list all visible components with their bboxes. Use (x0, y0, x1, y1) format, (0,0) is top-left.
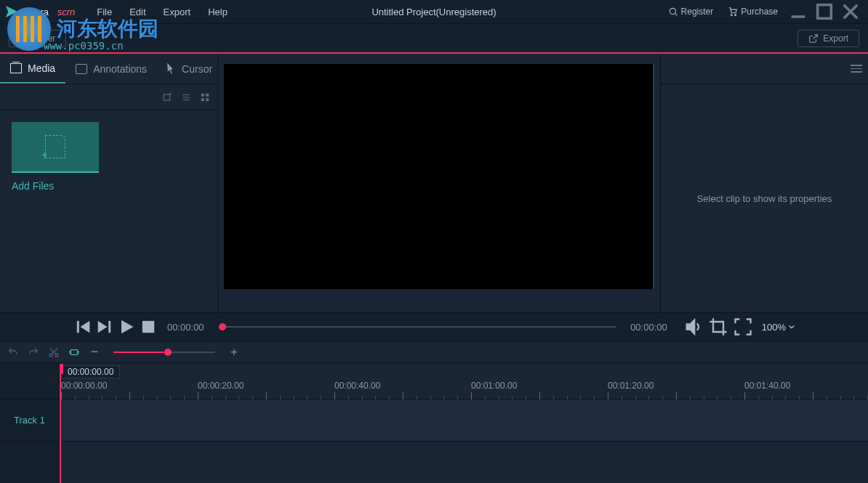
purchase-button[interactable]: Purchase (722, 4, 784, 20)
tab-cursor[interactable]: Cursor (157, 54, 222, 84)
playhead-duration: 00:00:00 (630, 322, 667, 333)
stop-button[interactable] (138, 317, 158, 337)
add-files-tile[interactable] (12, 122, 99, 173)
timeline-toolbar: − + (0, 341, 868, 363)
svg-line-1 (675, 13, 677, 15)
user-icon (668, 7, 678, 17)
undo-button[interactable] (7, 346, 19, 358)
ruler-time-label: 00:00:20.00 (198, 381, 244, 391)
zoom-out-button[interactable]: − (89, 346, 100, 358)
svg-point-19 (49, 354, 52, 357)
svg-point-0 (670, 8, 675, 14)
media-view-toolbar (0, 84, 217, 110)
export-icon (808, 33, 819, 44)
svg-rect-23 (71, 349, 77, 354)
seek-slider[interactable] (219, 326, 616, 328)
svg-rect-8 (164, 94, 169, 100)
menu-export[interactable]: Export (155, 2, 200, 22)
svg-rect-16 (77, 321, 79, 333)
svg-rect-17 (108, 321, 110, 333)
volume-button[interactable] (683, 317, 704, 337)
svg-rect-12 (201, 93, 204, 96)
playhead-current-time: 00:00:00 (167, 322, 204, 333)
register-button[interactable]: Register (662, 4, 720, 20)
preview-zoom-dropdown[interactable]: 100% (762, 322, 795, 333)
preview-viewport[interactable] (224, 64, 654, 289)
tab-media[interactable]: Media (0, 54, 65, 84)
cursor-icon (167, 63, 176, 75)
svg-rect-13 (206, 93, 209, 96)
svg-point-2 (731, 15, 733, 16)
menu-edit[interactable]: Edit (121, 2, 154, 22)
playhead[interactable] (60, 364, 61, 483)
media-panel: Media Annotations Cursor Add Files (0, 54, 218, 312)
annotations-icon (76, 64, 87, 74)
ruler-time-label: 00:01:20.00 (608, 381, 654, 391)
svg-rect-5 (818, 5, 832, 19)
crop-button[interactable] (708, 317, 728, 337)
list-view-icon[interactable] (181, 92, 191, 102)
window-minimize[interactable] (787, 1, 810, 22)
svg-point-20 (55, 354, 58, 357)
timeline-ruler[interactable]: 00:00:00.0000:00:20.0000:00:40.0000:01:0… (60, 363, 868, 399)
preview-panel (218, 54, 661, 312)
add-file-icon (45, 135, 65, 158)
window-close[interactable] (839, 1, 862, 22)
timeline-body[interactable]: 00:00:00.00 00:00:00.0000:00:20.0000:00:… (60, 363, 868, 483)
fit-zoom-button[interactable] (68, 346, 80, 358)
chevron-down-icon (788, 323, 795, 330)
fullscreen-button[interactable] (733, 317, 753, 337)
ruler-time-label: 00:01:00.00 (471, 381, 517, 391)
cart-icon (728, 7, 738, 17)
properties-empty-text: Select clip to show its properties (661, 84, 868, 312)
titlebar: filmora scrn File Edit Export Help Untit… (0, 0, 868, 23)
timeline-zoom-slider[interactable] (113, 352, 215, 353)
svg-rect-15 (206, 98, 209, 101)
svg-rect-14 (201, 98, 204, 101)
playback-bar: 00:00:00 00:00:00 100% (0, 312, 868, 341)
app-logo: filmora scrn (6, 6, 75, 17)
zoom-in-button[interactable]: + (228, 346, 240, 358)
source-watermark-url: www.pc0359.cn (44, 40, 124, 52)
redo-button[interactable] (28, 346, 39, 358)
prev-frame-button[interactable] (73, 317, 93, 337)
grid-view-icon[interactable] (200, 92, 210, 102)
ruler-time-label: 00:00:40.00 (334, 381, 380, 391)
add-folder-icon[interactable] (162, 92, 172, 102)
properties-panel: Select clip to show its properties (661, 54, 868, 312)
menu-file[interactable]: File (88, 2, 121, 22)
svg-rect-18 (142, 321, 154, 333)
next-frame-button[interactable] (95, 317, 115, 337)
ruler-time-label: 00:01:40.00 (744, 381, 790, 391)
track-label-1[interactable]: Track 1 (0, 399, 59, 442)
ruler-time-label: 00:00:00.00 (61, 381, 107, 391)
add-files-label: Add Files (12, 180, 206, 192)
window-maximize[interactable] (813, 1, 836, 22)
cut-button[interactable] (48, 346, 60, 358)
project-title: Untitled Project(Unregistered) (371, 7, 496, 17)
timeline: Track 1 00:00:00.00 00:00:00.0000:00:20.… (0, 363, 868, 483)
track-row-1[interactable] (60, 399, 868, 442)
menu-help[interactable]: Help (199, 2, 236, 22)
tab-annotations[interactable]: Annotations (65, 54, 157, 84)
svg-point-3 (735, 15, 736, 16)
media-icon (10, 63, 22, 73)
play-button[interactable] (116, 317, 137, 337)
export-button[interactable]: Export (797, 30, 859, 47)
properties-menu-icon[interactable] (851, 65, 862, 73)
